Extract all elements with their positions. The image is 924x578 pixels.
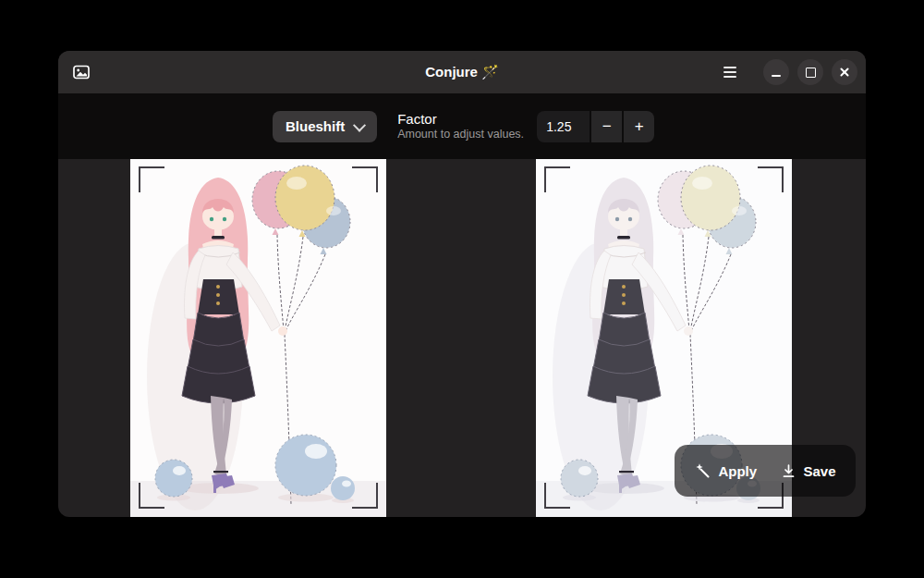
crop-corner-icon <box>544 166 570 192</box>
close-button[interactable] <box>832 59 857 85</box>
window-controls <box>716 58 857 86</box>
minus-icon: − <box>602 117 612 136</box>
factor-label-group: Factor Amount to adjust values. <box>397 112 529 141</box>
filter-selected-label: Blueshift <box>286 118 345 134</box>
plus-icon: + <box>635 117 644 136</box>
before-image <box>130 159 386 517</box>
headerbar: Conjure 🪄 <box>58 51 866 93</box>
factor-spinbutton: − + <box>537 111 654 142</box>
decrease-button[interactable]: − <box>591 111 622 142</box>
factor-input[interactable] <box>537 111 590 142</box>
hamburger-menu-icon <box>723 67 736 68</box>
close-icon <box>839 67 850 78</box>
save-label: Save <box>804 463 836 479</box>
hamburger-menu-button[interactable] <box>716 58 744 86</box>
crop-corner-icon <box>139 166 164 192</box>
toolbar: Blueshift Factor Amount to adjust values… <box>58 93 866 159</box>
increase-button[interactable]: + <box>624 111 654 142</box>
minimize-button[interactable] <box>763 59 789 85</box>
maximize-button[interactable] <box>797 59 823 85</box>
crop-corner-icon <box>352 166 378 192</box>
chevron-down-icon <box>353 118 366 131</box>
crop-corner-icon <box>139 483 164 509</box>
download-icon <box>781 463 796 479</box>
maximize-icon <box>806 68 816 78</box>
image-icon <box>72 63 91 81</box>
window-title: Conjure 🪄 <box>425 64 499 80</box>
save-button[interactable]: Save <box>773 458 844 485</box>
action-bar: Apply Save <box>675 445 856 497</box>
apply-label: Apply <box>718 463 757 479</box>
filter-dropdown[interactable]: Blueshift <box>273 111 377 142</box>
content-area: Apply Save <box>58 159 866 517</box>
apply-button[interactable]: Apply <box>687 457 764 485</box>
conjure-window: Conjure 🪄 Blueshift <box>58 51 866 517</box>
factor-title: Factor <box>397 112 529 126</box>
crop-corner-icon <box>544 483 570 509</box>
factor-subtitle: Amount to adjust values. <box>397 129 529 141</box>
crop-corner-icon <box>352 483 378 509</box>
original-artwork <box>130 159 386 517</box>
crop-corner-icon <box>758 166 784 192</box>
desktop-background: Conjure 🪄 Blueshift <box>0 0 924 578</box>
app-icon-button[interactable] <box>67 57 96 87</box>
magic-wand-icon <box>694 462 711 479</box>
minimize-icon <box>772 75 781 77</box>
